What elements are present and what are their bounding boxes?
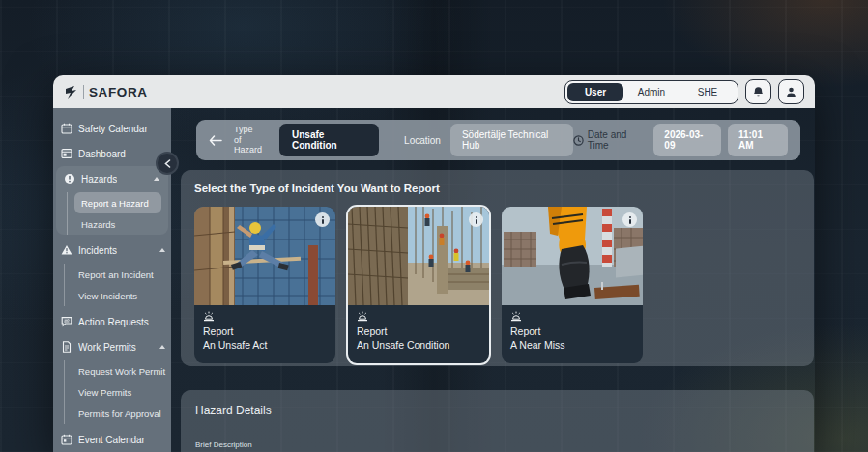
calendar-icon: [61, 434, 72, 445]
brand-name: SAFORA: [89, 85, 148, 99]
sidebar-subitem-view-permits[interactable]: View Permits: [72, 381, 167, 403]
brief-description-label: Brief Description: [195, 440, 799, 449]
notifications-button[interactable]: [745, 79, 771, 104]
sidebar-subitem-report-an-incident[interactable]: Report an Incident: [72, 264, 167, 285]
action-request-icon: [61, 316, 72, 327]
card-report-unsafe-act[interactable]: Report An Unsafe Act: [194, 207, 335, 363]
sidebar-subitem-view-incidents[interactable]: View Incidents: [72, 285, 167, 306]
info-icon[interactable]: [315, 212, 330, 227]
bell-icon: [752, 86, 765, 99]
warning-triangle-icon: [61, 244, 72, 256]
role-tab-she[interactable]: SHE: [680, 83, 736, 101]
unsafe-act-photo: [194, 207, 335, 305]
location-label: Location: [404, 135, 441, 146]
app-header: SAFORA User Admin SHE: [53, 75, 815, 108]
card-label-line2: A Near Miss: [510, 338, 634, 352]
role-tab-admin[interactable]: Admin: [623, 83, 680, 101]
siren-icon: [203, 311, 327, 322]
sidebar-item-hazards[interactable]: Hazards: [59, 166, 165, 191]
card-label-line2: An Unsafe Act: [203, 338, 327, 352]
near-miss-photo: [502, 207, 643, 305]
date-chip[interactable]: 2026-03-09: [653, 124, 721, 156]
sidebar-subitem-request-work-permit[interactable]: Request Work Permit: [72, 360, 167, 381]
card-label-line1: Report: [510, 325, 634, 338]
sidebar-group-work-permits: Work Permits Request Work Permit View Pe…: [53, 334, 171, 424]
incident-type-section: Select the Type of Incident You Want to …: [181, 170, 814, 366]
profile-button[interactable]: [778, 79, 804, 104]
role-switcher: User Admin SHE: [564, 80, 738, 104]
work-permits-sublist: Request Work Permit View Permits Permits…: [64, 360, 171, 424]
clock-icon: [573, 135, 584, 146]
siren-icon: [357, 311, 480, 322]
sidebar-collapse-button[interactable]: [156, 152, 179, 175]
sidebar-subitem-hazards[interactable]: Hazards: [74, 213, 161, 235]
info-icon[interactable]: [622, 212, 637, 227]
chevron-up-icon: [159, 345, 165, 349]
dashboard-icon: [61, 148, 72, 159]
sidebar-item-incidents[interactable]: Incidents: [53, 238, 171, 263]
unsafe-condition-photo: [348, 207, 489, 305]
sidebar-group-hazards: Hazards Report a Hazard Hazards: [56, 166, 168, 235]
card-report-near-miss[interactable]: Report A Near Miss: [502, 207, 643, 363]
main-content: Type of Hazard Unsafe Condition Location…: [171, 108, 815, 452]
chevron-left-icon: [164, 159, 171, 168]
date-time-label: Date and Time: [573, 129, 646, 151]
brand-logo: SAFORA: [64, 85, 148, 99]
sidebar-subitem-permits-for-approval[interactable]: Permits for Approval: [72, 403, 167, 424]
hazard-type-chip[interactable]: Unsafe Condition: [279, 124, 379, 156]
sidebar: Safety Calendar Dashboard Hazards Report: [53, 108, 171, 452]
sidebar-item-work-permits[interactable]: Work Permits: [53, 334, 171, 359]
type-of-hazard-label: Type of Hazard: [234, 125, 262, 155]
sidebar-item-action-requests[interactable]: Action Requests: [53, 309, 171, 334]
calendar-icon: [61, 123, 72, 134]
info-icon[interactable]: [469, 212, 483, 227]
location-chip[interactable]: Södertälje Technical Hub: [450, 124, 573, 156]
report-context-bar: Type of Hazard Unsafe Condition Location…: [196, 120, 800, 160]
hazard-details-section: Hazard Details Brief Description: [181, 390, 814, 452]
chevron-up-icon: [154, 177, 159, 181]
card-report-unsafe-condition[interactable]: Report An Unsafe Condition: [348, 207, 489, 363]
sidebar-item-safety-calendar[interactable]: Safety Calendar: [53, 116, 171, 141]
sidebar-subitem-report-a-hazard[interactable]: Report a Hazard: [74, 192, 161, 213]
incidents-sublist: Report an Incident View Incidents: [64, 264, 171, 306]
sidebar-item-dashboard[interactable]: Dashboard: [53, 141, 171, 166]
card-label-line2: An Unsafe Condition: [357, 338, 480, 352]
chevron-up-icon: [159, 248, 165, 252]
app-window: SAFORA User Admin SHE: [53, 75, 815, 452]
hazard-details-title: Hazard Details: [195, 404, 799, 417]
time-chip[interactable]: 11:01 AM: [728, 124, 788, 156]
back-button[interactable]: [209, 135, 222, 146]
logo-divider: [83, 85, 84, 99]
role-tab-user[interactable]: User: [567, 83, 623, 101]
sidebar-group-incidents: Incidents Report an Incident View Incide…: [53, 238, 171, 306]
siren-icon: [510, 311, 634, 322]
hazard-icon: [64, 173, 75, 184]
safora-logo-icon: [64, 85, 78, 99]
sidebar-item-event-calendar[interactable]: Event Calendar: [53, 427, 171, 452]
card-label-line1: Report: [357, 325, 480, 338]
incident-type-title: Select the Type of Incident You Want to …: [194, 183, 800, 194]
user-icon: [785, 86, 797, 99]
document-icon: [61, 341, 72, 353]
card-label-line1: Report: [203, 325, 327, 338]
hazards-sublist: Report a Hazard Hazards: [67, 192, 165, 235]
